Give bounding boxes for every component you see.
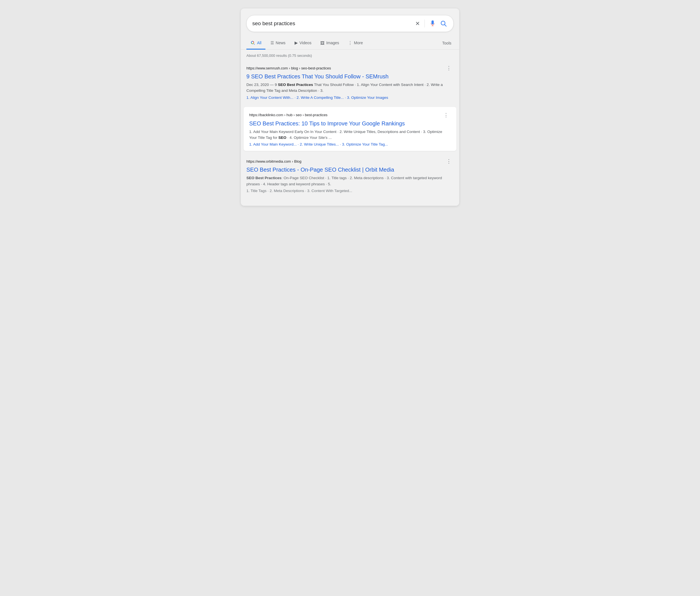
all-icon <box>250 40 255 45</box>
tab-more-label: More <box>354 41 363 45</box>
result-url-row: https://backlinko.com › hub › seo › best… <box>249 111 451 119</box>
tab-all[interactable]: All <box>246 37 266 50</box>
result-sitelinks[interactable]: 1. Align Your Content With... · 2. Write… <box>246 96 454 100</box>
svg-line-5 <box>253 43 254 45</box>
svg-rect-0 <box>432 22 433 24</box>
search-results-page: ✕ <box>241 8 459 206</box>
result-description: 1. Add Your Main Keyword Early On In You… <box>249 129 451 141</box>
search-input[interactable] <box>252 21 412 27</box>
result-title[interactable]: SEO Best Practices: 10 Tips to Improve Y… <box>249 120 451 127</box>
result-url: https://www.orbitmedia.com › Blog <box>246 159 302 163</box>
microphone-icon <box>429 20 436 27</box>
tab-images[interactable]: 🖼 Images <box>317 37 343 50</box>
tab-all-label: All <box>257 41 261 45</box>
separator <box>241 104 459 107</box>
result-sitelinks[interactable]: 1. Title Tags · 2. Meta Descriptions · 3… <box>246 189 454 193</box>
result-semrush: https://www.semrush.com › blog › seo-bes… <box>241 60 459 104</box>
voice-search-button[interactable] <box>429 20 436 27</box>
tab-news[interactable]: ☰ News <box>267 37 290 49</box>
tab-images-label: Images <box>326 41 339 45</box>
tab-more[interactable]: ⋮ More <box>344 37 367 50</box>
result-url-row: https://www.semrush.com › blog › seo-bes… <box>246 64 454 72</box>
search-bar-container: ✕ <box>241 15 459 37</box>
result-sitelinks[interactable]: 1. Add Your Main Keyword... · 2. Write U… <box>249 142 451 147</box>
tab-videos[interactable]: ▶ Videos <box>291 37 316 50</box>
separator <box>241 151 459 154</box>
nav-tabs: All ☰ News ▶ Videos 🖼 Images ⋮ More Tool… <box>241 37 459 50</box>
result-title[interactable]: SEO Best Practices - On-Page SEO Checkli… <box>246 166 454 173</box>
tab-news-label: News <box>276 41 285 45</box>
results-count: About 67,500,000 results (0.75 seconds) <box>241 50 459 60</box>
tools-button[interactable]: Tools <box>440 37 454 49</box>
divider <box>424 20 425 27</box>
result-menu-button[interactable]: ⋮ <box>442 111 451 119</box>
result-orbitmedia: https://www.orbitmedia.com › Blog ⋮ SEO … <box>241 154 459 197</box>
svg-line-2 <box>445 25 446 26</box>
result-menu-button[interactable]: ⋮ <box>445 158 454 165</box>
tab-videos-label: Videos <box>300 41 311 45</box>
result-description: Dec 23, 2020 — 9 SEO Best Practices That… <box>246 82 454 94</box>
result-description: SEO Best Practices: On-Page SEO Checklis… <box>246 175 454 187</box>
tools-label: Tools <box>442 41 451 45</box>
close-icon: ✕ <box>415 20 420 27</box>
clear-button[interactable]: ✕ <box>415 20 421 27</box>
search-bar: ✕ <box>246 15 454 32</box>
search-button[interactable] <box>439 19 448 28</box>
result-menu-button[interactable]: ⋮ <box>445 64 454 72</box>
result-url: https://www.semrush.com › blog › seo-bes… <box>246 66 331 70</box>
result-url-row: https://www.orbitmedia.com › Blog ⋮ <box>246 158 454 165</box>
images-icon: 🖼 <box>320 41 325 45</box>
more-icon: ⋮ <box>348 40 352 45</box>
news-icon: ☰ <box>271 41 274 45</box>
result-title[interactable]: 9 SEO Best Practices That You Should Fol… <box>246 73 454 80</box>
videos-icon: ▶ <box>295 40 298 45</box>
result-url: https://backlinko.com › hub › seo › best… <box>249 113 328 117</box>
search-icon <box>440 20 447 27</box>
result-backlinko: https://backlinko.com › hub › seo › best… <box>244 107 456 151</box>
